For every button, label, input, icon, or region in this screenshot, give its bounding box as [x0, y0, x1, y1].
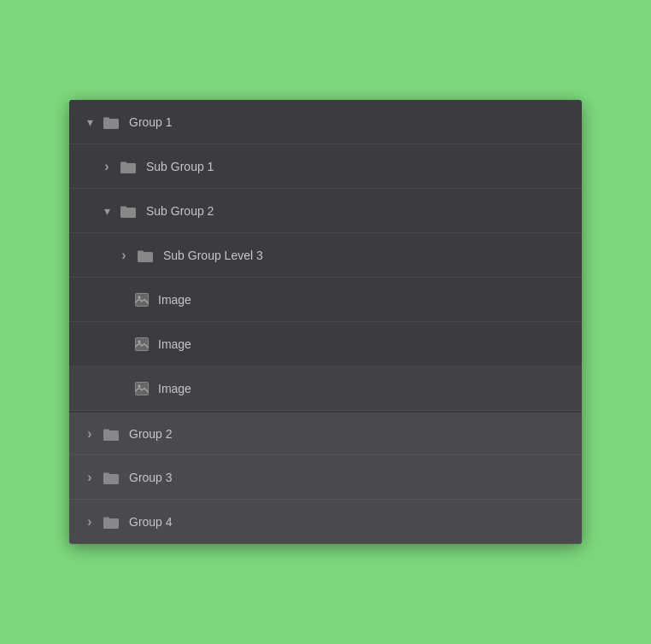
- image3-label: Image: [158, 382, 191, 395]
- tree-item-group3[interactable]: Group 3: [69, 455, 582, 500]
- svg-rect-16: [103, 474, 119, 484]
- svg-rect-12: [136, 382, 149, 395]
- folder-icon: [103, 515, 120, 529]
- svg-point-11: [138, 340, 141, 342]
- tree-item-subgroup-level3[interactable]: Sub Group Level 3: [69, 233, 582, 278]
- svg-rect-2: [120, 163, 136, 173]
- chevron-right-icon: [83, 471, 97, 484]
- tree-item-image1[interactable]: Image: [69, 278, 582, 322]
- svg-rect-4: [120, 208, 136, 218]
- image1-label: Image: [158, 293, 191, 307]
- chevron-right-icon: [83, 427, 97, 441]
- svg-point-9: [138, 296, 141, 298]
- chevron-down-icon: [100, 204, 114, 218]
- svg-rect-6: [138, 252, 153, 262]
- chevron-right-icon: [117, 249, 131, 262]
- folder-icon: [120, 160, 138, 173]
- tree-item-image3[interactable]: Image: [69, 366, 582, 411]
- svg-rect-1: [103, 117, 109, 120]
- folder-icon: [103, 471, 120, 484]
- subgroup2-label: Sub Group 2: [146, 204, 214, 218]
- svg-point-13: [138, 384, 141, 387]
- tree-item-group2[interactable]: Group 2: [69, 411, 582, 455]
- svg-rect-14: [103, 430, 119, 441]
- tree-item-subgroup2[interactable]: Sub Group 2: [69, 189, 582, 233]
- tree-item-subgroup1[interactable]: Sub Group 1: [69, 144, 582, 189]
- svg-rect-10: [136, 337, 149, 350]
- group3-label: Group 3: [129, 471, 173, 484]
- svg-rect-15: [103, 429, 109, 431]
- group2-label: Group 2: [129, 427, 173, 441]
- image-icon: [134, 292, 150, 307]
- group4-label: Group 4: [129, 515, 173, 529]
- svg-rect-18: [103, 518, 119, 529]
- folder-icon: [120, 204, 138, 218]
- svg-rect-0: [103, 119, 119, 129]
- image-icon: [134, 337, 150, 352]
- chevron-down-icon: [83, 115, 97, 129]
- folder-icon: [138, 249, 155, 262]
- tree-item-image2[interactable]: Image: [69, 322, 582, 366]
- tree-item-group1[interactable]: Group 1: [69, 100, 582, 144]
- chevron-right-icon: [83, 515, 97, 529]
- svg-rect-7: [138, 250, 144, 253]
- svg-rect-3: [120, 161, 126, 164]
- svg-rect-5: [120, 206, 126, 208]
- chevron-right-icon: [100, 160, 114, 173]
- subgroup1-label: Sub Group 1: [146, 160, 214, 173]
- image2-label: Image: [158, 337, 191, 351]
- subgroup-level3-label: Sub Group Level 3: [163, 249, 263, 262]
- svg-rect-19: [103, 517, 109, 519]
- image-icon: [134, 381, 150, 396]
- folder-icon: [103, 115, 120, 129]
- tree-panel: Group 1 Sub Group 1 Sub Group 2: [69, 100, 582, 544]
- group1-label: Group 1: [129, 115, 173, 129]
- tree-item-group4[interactable]: Group 4: [69, 500, 582, 544]
- svg-rect-8: [136, 293, 149, 306]
- svg-rect-17: [103, 472, 109, 475]
- folder-icon: [103, 427, 120, 441]
